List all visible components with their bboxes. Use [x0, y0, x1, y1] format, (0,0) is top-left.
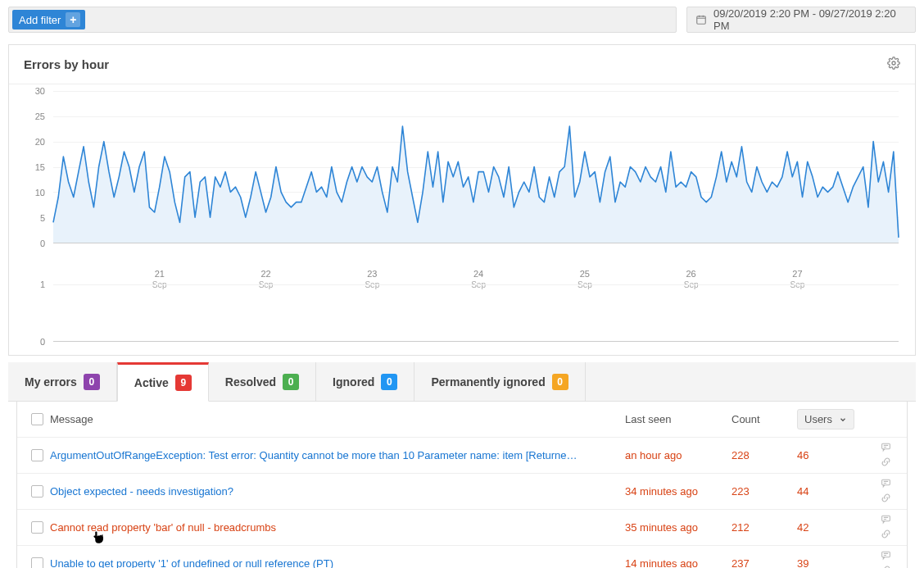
error-status-tabs: My errors0Active9Resolved0Ignored0Perman…: [8, 362, 916, 402]
errors-table: Message Last seen Count Users ArgumentOu…: [16, 402, 908, 568]
svg-rect-0: [697, 16, 706, 24]
users-value: 39: [797, 557, 871, 568]
comment-icon[interactable]: [880, 550, 892, 563]
column-last-seen[interactable]: Last seen: [625, 413, 732, 425]
table-row: ArgumentOutOfRangeException: Test error:…: [17, 438, 907, 474]
gear-icon[interactable]: [887, 57, 900, 72]
svg-rect-3: [881, 479, 890, 485]
svg-rect-5: [881, 552, 890, 557]
count-value: 228: [732, 449, 797, 461]
last-seen-value: an hour ago: [625, 449, 732, 461]
date-range-label: 09/20/2019 2:20 PM - 09/27/2019 2:20 PM: [713, 7, 907, 32]
errors-line-chart: 051015202530 21Sep22Sep23Sep24Sep25Sep26…: [20, 91, 904, 263]
table-row: Cannot read property 'bar' of null - bre…: [17, 510, 907, 546]
tab-label: Resolved: [225, 375, 276, 389]
errors-secondary-chart: 01: [20, 284, 904, 342]
comment-icon[interactable]: [880, 442, 892, 455]
tab-permanently-ignored[interactable]: Permanently ignored0: [414, 362, 585, 401]
chart-gridline: [53, 284, 899, 285]
tab-label: Permanently ignored: [431, 375, 545, 389]
date-range-picker[interactable]: 09/20/2019 2:20 PM - 09/27/2019 2:20 PM: [686, 7, 916, 33]
users-value: 44: [797, 485, 871, 498]
y-tick: 15: [35, 162, 45, 172]
error-message-link[interactable]: ArgumentOutOfRangeException: Test error:…: [50, 449, 615, 461]
row-checkbox[interactable]: [31, 557, 43, 568]
count-value: 237: [732, 557, 797, 568]
column-users-label: Users: [804, 413, 832, 425]
column-count[interactable]: Count: [732, 413, 797, 425]
error-message-link[interactable]: Cannot read property 'bar' of null - bre…: [50, 521, 615, 534]
table-row: Unable to get property '1' of undefined …: [17, 546, 907, 568]
tab-label: Active: [134, 376, 169, 389]
svg-point-1: [892, 61, 895, 65]
y-tick: 10: [35, 188, 45, 198]
y-tick: 25: [35, 111, 45, 121]
last-seen-value: 14 minutes ago: [625, 557, 732, 568]
link-icon[interactable]: [880, 565, 892, 569]
tab-resolved[interactable]: Resolved0: [209, 362, 316, 401]
link-icon[interactable]: [880, 457, 892, 470]
y-tick: 0: [40, 337, 45, 347]
users-value: 42: [797, 521, 871, 534]
link-icon[interactable]: [880, 493, 892, 506]
comment-icon[interactable]: [880, 514, 892, 527]
y-tick: 30: [35, 86, 45, 96]
column-message: Message: [50, 413, 625, 425]
tab-badge: 0: [283, 374, 299, 390]
svg-rect-4: [881, 516, 890, 521]
add-filter-label: Add filter: [19, 14, 61, 26]
error-message-link[interactable]: Object expected - needs investigation?: [50, 485, 615, 498]
tab-active[interactable]: Active9: [117, 362, 209, 402]
tab-my-errors[interactable]: My errors0: [8, 362, 117, 401]
y-tick: 1: [40, 279, 45, 289]
y-tick: 5: [40, 213, 45, 223]
chevron-down-icon: [839, 416, 847, 424]
filter-bar[interactable]: Add filter +: [8, 7, 677, 33]
last-seen-value: 34 minutes ago: [625, 485, 732, 498]
row-checkbox[interactable]: [31, 449, 43, 461]
tab-badge: 0: [552, 374, 568, 390]
count-value: 223: [732, 485, 797, 498]
comment-icon[interactable]: [880, 478, 892, 491]
plus-icon: +: [66, 12, 80, 27]
tab-badge: 0: [84, 374, 100, 390]
y-tick: 20: [35, 137, 45, 147]
select-all-checkbox[interactable]: [31, 413, 43, 425]
row-checkbox[interactable]: [31, 521, 43, 534]
tab-ignored[interactable]: Ignored0: [316, 362, 414, 401]
count-value: 212: [732, 521, 797, 534]
add-filter-button[interactable]: Add filter +: [12, 10, 85, 30]
tab-label: My errors: [25, 375, 77, 389]
chart-line-svg: [53, 91, 899, 243]
tab-label: Ignored: [333, 375, 374, 389]
row-checkbox[interactable]: [31, 485, 43, 498]
tab-badge: 9: [175, 375, 192, 391]
link-icon[interactable]: [880, 529, 892, 542]
tab-badge: 0: [381, 374, 397, 390]
card-title: Errors by hour: [24, 57, 109, 71]
y-tick: 0: [40, 239, 45, 248]
svg-rect-2: [881, 443, 890, 449]
users-value: 46: [797, 449, 871, 461]
last-seen-value: 35 minutes ago: [625, 521, 732, 534]
errors-by-hour-card: Errors by hour 051015202530 21Sep22Sep23…: [8, 44, 916, 356]
calendar-icon: [695, 14, 707, 25]
column-users[interactable]: Users: [797, 409, 871, 429]
table-header-row: Message Last seen Count Users: [17, 402, 907, 438]
error-message-link[interactable]: Unable to get property '1' of undefined …: [50, 557, 615, 568]
table-row: Object expected - needs investigation?34…: [17, 474, 907, 510]
